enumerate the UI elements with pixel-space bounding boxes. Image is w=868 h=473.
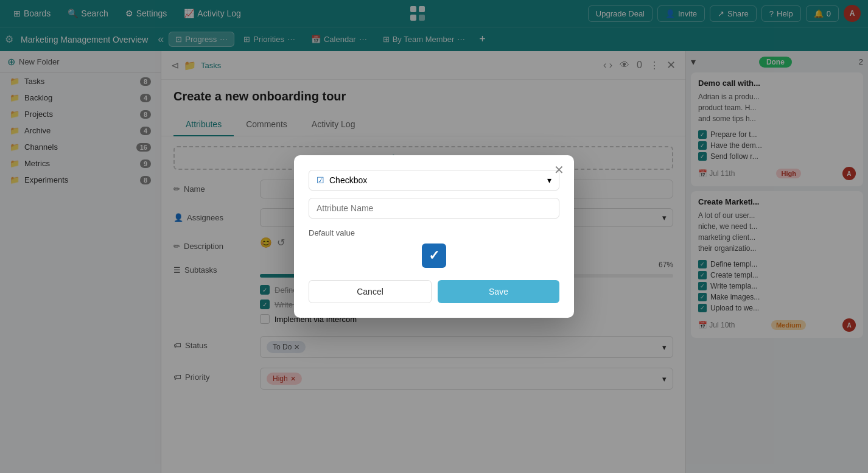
attribute-type-label: Checkbox [329,175,367,185]
chevron-down-icon: ▾ [547,175,551,185]
attribute-type-select[interactable]: ☑ Checkbox ▾ [309,170,559,191]
default-checkbox[interactable]: ✓ [422,244,446,268]
add-attribute-modal: ✕ ☑ Checkbox ▾ Default value ✓ Cancel Sa… [294,155,574,318]
save-button[interactable]: Save [438,280,559,303]
default-value-row: ✓ [309,244,559,268]
modal-close-button[interactable]: ✕ [554,163,564,177]
modal-buttons: Cancel Save [309,280,559,303]
default-value-label: Default value [309,228,559,237]
cancel-button[interactable]: Cancel [309,280,432,303]
attribute-name-input[interactable] [309,198,559,219]
checkbox-type-icon: ☑ [317,175,324,185]
modal-overlay[interactable]: ✕ ☑ Checkbox ▾ Default value ✓ Cancel Sa… [0,0,868,473]
